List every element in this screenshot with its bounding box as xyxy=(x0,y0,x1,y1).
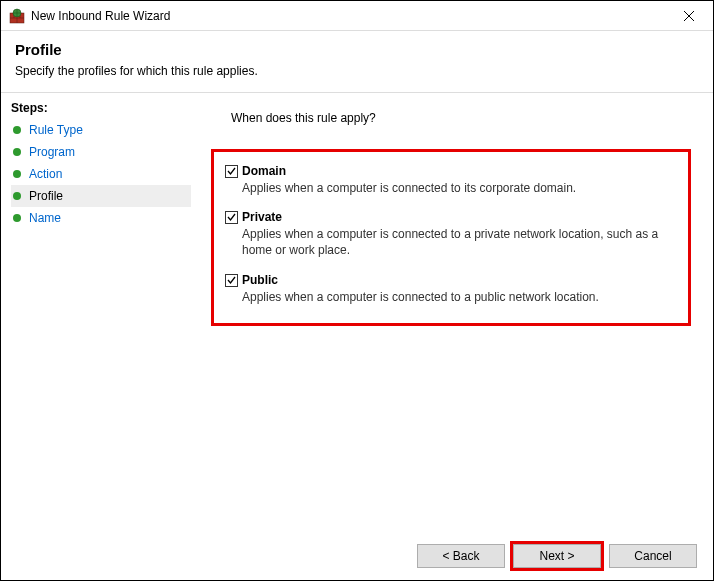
step-name[interactable]: Name xyxy=(11,207,191,229)
checkbox-public[interactable] xyxy=(225,274,238,287)
profile-options-highlight: Domain Applies when a computer is connec… xyxy=(211,149,691,326)
wizard-footer: < Back Next > Cancel xyxy=(1,532,713,580)
page-title: Profile xyxy=(15,41,699,58)
option-desc: Applies when a computer is connected to … xyxy=(242,289,599,305)
step-bullet-icon xyxy=(13,170,21,178)
option-public: Public Applies when a computer is connec… xyxy=(220,273,674,305)
step-label: Name xyxy=(29,211,61,225)
step-profile[interactable]: Profile xyxy=(11,185,191,207)
step-label: Profile xyxy=(29,189,63,203)
step-label: Action xyxy=(29,167,62,181)
step-bullet-icon xyxy=(13,148,21,156)
option-desc: Applies when a computer is connected to … xyxy=(242,180,576,196)
question-text: When does this rule apply? xyxy=(231,111,693,125)
checkbox-private[interactable] xyxy=(225,211,238,224)
step-action[interactable]: Action xyxy=(11,163,191,185)
checkbox-domain[interactable] xyxy=(225,165,238,178)
option-title: Public xyxy=(242,273,599,287)
step-rule-type[interactable]: Rule Type xyxy=(11,119,191,141)
wizard-header: Profile Specify the profiles for which t… xyxy=(1,31,713,93)
step-program[interactable]: Program xyxy=(11,141,191,163)
step-label: Program xyxy=(29,145,75,159)
firewall-icon xyxy=(9,8,25,24)
option-title: Private xyxy=(242,210,662,224)
option-title: Domain xyxy=(242,164,576,178)
steps-sidebar: Steps: Rule Type Program Action Profile … xyxy=(1,93,191,532)
steps-title: Steps: xyxy=(11,101,191,115)
wizard-body: Steps: Rule Type Program Action Profile … xyxy=(1,93,713,532)
step-bullet-icon xyxy=(13,192,21,200)
titlebar: New Inbound Rule Wizard xyxy=(1,1,713,31)
page-subtitle: Specify the profiles for which this rule… xyxy=(15,64,699,78)
step-label: Rule Type xyxy=(29,123,83,137)
close-button[interactable] xyxy=(669,2,709,30)
step-bullet-icon xyxy=(13,126,21,134)
window-title: New Inbound Rule Wizard xyxy=(31,9,669,23)
content-pane: When does this rule apply? Domain Applie… xyxy=(191,93,713,532)
option-desc: Applies when a computer is connected to … xyxy=(242,226,662,258)
option-private: Private Applies when a computer is conne… xyxy=(220,210,674,258)
step-bullet-icon xyxy=(13,214,21,222)
next-button[interactable]: Next > xyxy=(513,544,601,568)
wizard-window: New Inbound Rule Wizard Profile Specify … xyxy=(0,0,714,581)
back-button[interactable]: < Back xyxy=(417,544,505,568)
option-domain: Domain Applies when a computer is connec… xyxy=(220,164,674,196)
cancel-button[interactable]: Cancel xyxy=(609,544,697,568)
